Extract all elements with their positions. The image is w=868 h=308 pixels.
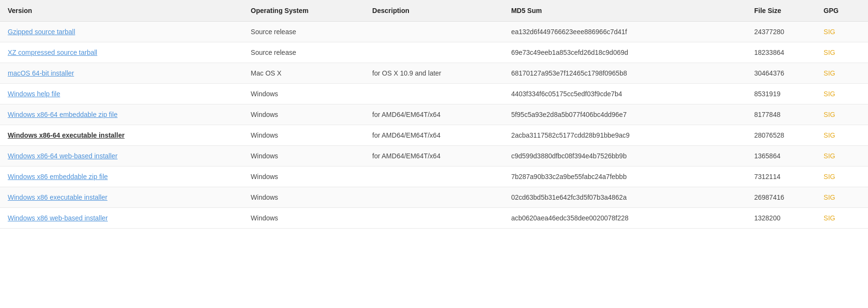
sig-link[interactable]: SIG (824, 173, 835, 180)
table-header-row: Version Operating System Description MD5… (0, 0, 868, 22)
description-cell: for AMD64/EM64T/x64 (365, 125, 503, 146)
md5-cell: 7b287a90b33c2a9be55fabc24a7febbb (503, 167, 747, 187)
header-description: Description (365, 0, 503, 22)
version-link[interactable]: Windows x86-64 embeddable zip file (8, 111, 118, 118)
table-row: Gzipped source tarballSource releaseea13… (0, 22, 868, 42)
filesize-cell: 18233864 (747, 42, 816, 63)
os-cell: Windows (243, 84, 365, 104)
table-row: Windows help fileWindows4403f334f6c05175… (0, 84, 868, 104)
table-row: Windows x86 executable installerWindows0… (0, 187, 868, 208)
filesize-cell: 1365864 (747, 146, 816, 167)
version-link[interactable]: Windows x86 web-based installer (8, 214, 108, 222)
md5-cell: 5f95c5a93e2d8a5b077f406bc4dd96e7 (503, 104, 747, 125)
md5-cell: 4403f334f6c05175cc5edf03f9cde7b4 (503, 84, 747, 104)
os-cell: Windows (243, 208, 365, 229)
filesize-cell: 28076528 (747, 125, 816, 146)
description-cell (365, 187, 503, 208)
download-table: Version Operating System Description MD5… (0, 0, 868, 229)
table-row: Windows x86-64 executable installerWindo… (0, 125, 868, 146)
version-link[interactable]: Windows x86-64 executable installer (8, 131, 125, 139)
table-row: Windows x86 web-based installerWindowsac… (0, 208, 868, 229)
sig-link[interactable]: SIG (824, 28, 835, 36)
md5-cell: 69e73c49eeb1a853cefd26d18c9d069d (503, 42, 747, 63)
download-table-container: Version Operating System Description MD5… (0, 0, 868, 229)
gpg-cell[interactable]: SIG (816, 104, 868, 125)
gpg-cell[interactable]: SIG (816, 42, 868, 63)
version-link[interactable]: Gzipped source tarball (8, 28, 75, 36)
version-link[interactable]: XZ compressed source tarball (8, 49, 97, 56)
sig-link[interactable]: SIG (824, 193, 835, 201)
gpg-cell[interactable]: SIG (816, 167, 868, 187)
version-link[interactable]: macOS 64-bit installer (8, 69, 74, 77)
md5-cell: 02cd63bd5b31e642fc3d5f07b3a4862a (503, 187, 747, 208)
gpg-cell[interactable]: SIG (816, 187, 868, 208)
version-link[interactable]: Windows x86 executable installer (8, 193, 107, 201)
sig-link[interactable]: SIG (824, 131, 835, 139)
md5-cell: 68170127a953e7f12465c1798f0965b8 (503, 63, 747, 84)
md5-cell: c9d599d3880dfbc08f394e4b7526bb9b (503, 146, 747, 167)
table-row: Windows x86 embeddable zip fileWindows7b… (0, 167, 868, 187)
header-version: Version (0, 0, 243, 22)
os-cell: Windows (243, 146, 365, 167)
os-cell: Windows (243, 104, 365, 125)
gpg-cell[interactable]: SIG (816, 146, 868, 167)
description-cell (365, 84, 503, 104)
description-cell (365, 22, 503, 42)
sig-link[interactable]: SIG (824, 90, 835, 98)
sig-link[interactable]: SIG (824, 214, 835, 222)
version-link[interactable]: Windows x86 embeddable zip file (8, 173, 108, 180)
gpg-cell[interactable]: SIG (816, 22, 868, 42)
description-cell: for AMD64/EM64T/x64 (365, 146, 503, 167)
description-cell (365, 208, 503, 229)
filesize-cell: 1328200 (747, 208, 816, 229)
sig-link[interactable]: SIG (824, 111, 835, 118)
filesize-cell: 30464376 (747, 63, 816, 84)
filesize-cell: 8177848 (747, 104, 816, 125)
table-row: XZ compressed source tarballSource relea… (0, 42, 868, 63)
table-row: Windows x86-64 web-based installerWindow… (0, 146, 868, 167)
os-cell: Mac OS X (243, 63, 365, 84)
version-link[interactable]: Windows help file (8, 90, 60, 98)
header-md5: MD5 Sum (503, 0, 747, 22)
os-cell: Windows (243, 125, 365, 146)
description-cell: for AMD64/EM64T/x64 (365, 104, 503, 125)
filesize-cell: 8531919 (747, 84, 816, 104)
description-cell: for OS X 10.9 and later (365, 63, 503, 84)
md5-cell: ea132d6f449766623eee886966c7d41f (503, 22, 747, 42)
md5-cell: 2acba3117582c5177cdd28b91bbe9ac9 (503, 125, 747, 146)
filesize-cell: 24377280 (747, 22, 816, 42)
os-cell: Windows (243, 187, 365, 208)
sig-link[interactable]: SIG (824, 49, 835, 56)
os-cell: Source release (243, 22, 365, 42)
gpg-cell[interactable]: SIG (816, 63, 868, 84)
version-link[interactable]: Windows x86-64 web-based installer (8, 152, 118, 160)
os-cell: Source release (243, 42, 365, 63)
gpg-cell[interactable]: SIG (816, 84, 868, 104)
header-os: Operating System (243, 0, 365, 22)
description-cell (365, 42, 503, 63)
header-filesize: File Size (747, 0, 816, 22)
table-row: Windows x86-64 embeddable zip fileWindow… (0, 104, 868, 125)
description-cell (365, 167, 503, 187)
filesize-cell: 7312114 (747, 167, 816, 187)
gpg-cell[interactable]: SIG (816, 208, 868, 229)
os-cell: Windows (243, 167, 365, 187)
sig-link[interactable]: SIG (824, 69, 835, 77)
filesize-cell: 26987416 (747, 187, 816, 208)
gpg-cell[interactable]: SIG (816, 125, 868, 146)
header-gpg: GPG (816, 0, 868, 22)
table-row: macOS 64-bit installerMac OS Xfor OS X 1… (0, 63, 868, 84)
sig-link[interactable]: SIG (824, 152, 835, 160)
md5-cell: acb0620aea46edc358dee0020078f228 (503, 208, 747, 229)
